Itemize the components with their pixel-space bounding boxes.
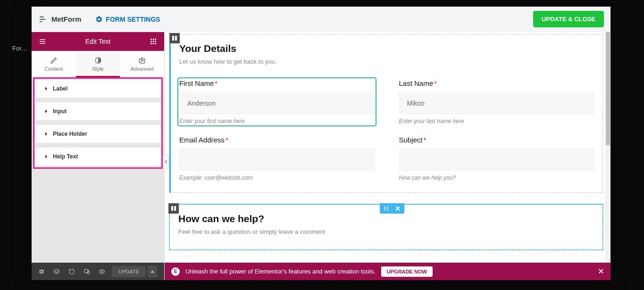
settings-button[interactable] [34, 265, 49, 278]
editor-bottom-bar: UPDATE [32, 263, 164, 280]
accordion-label[interactable]: Label [35, 80, 160, 98]
required-asterisk: * [424, 136, 427, 144]
panel-title: Edit Text [85, 38, 110, 45]
panel-menu-button[interactable] [36, 35, 49, 48]
editor-panel: Edit Text Content Style [32, 32, 165, 280]
pencil-icon [50, 57, 58, 64]
section-subtitle: Let us know how to get back to you. [179, 58, 594, 65]
modal-topbar: MetForm FORM SETTINGS UPDATE & CLOSE [32, 7, 611, 32]
preview-button[interactable] [95, 265, 109, 278]
svg-rect-27 [175, 36, 177, 41]
first-name-label: First Name* [179, 79, 375, 87]
history-button[interactable] [65, 265, 79, 278]
layers-icon [53, 268, 60, 275]
tab-advanced-label: Advanced [131, 66, 154, 72]
first-name-help-text: Enter your first name here [179, 118, 375, 124]
gear-icon [138, 57, 146, 64]
canvas: Your Details Let us know how to get back… [165, 32, 611, 280]
contrast-icon [94, 57, 102, 64]
brand: MetForm [38, 15, 81, 24]
email-help-text: Example: user@website.com [179, 174, 375, 181]
form-settings-link[interactable]: FORM SETTINGS [95, 16, 160, 23]
section-toolbar[interactable] [380, 203, 404, 214]
background-page: For… [4, 19, 28, 52]
promo-text: Unleash the full power of Elementor's fe… [185, 268, 376, 275]
field-subject[interactable]: Subject* How can we help you? [399, 136, 594, 181]
field-email[interactable]: Email Address* Example: user@website.com [179, 136, 375, 181]
email-input[interactable] [179, 149, 375, 171]
field-last-name[interactable]: Last Name* Enter your last name here [399, 79, 594, 124]
field-first-name[interactable]: First Name* Enter your first name here [179, 79, 375, 124]
chevron-left-icon [165, 159, 167, 164]
panel-tabs: Content Style Advanced [32, 51, 164, 77]
tab-content[interactable]: Content [32, 51, 76, 77]
panel-collapse-handle[interactable] [164, 155, 169, 168]
section-handle-icon[interactable] [169, 33, 180, 43]
accordion-item-text: Label [53, 85, 67, 92]
accordion-placeholder[interactable]: Place Holder [35, 125, 160, 143]
svg-rect-7 [153, 39, 154, 40]
brand-icon [38, 15, 48, 24]
required-asterisk: * [434, 79, 437, 87]
caret-right-icon [44, 87, 48, 91]
promo-close-button[interactable] [598, 266, 604, 276]
subject-input[interactable] [399, 149, 594, 171]
required-asterisk: * [215, 79, 217, 87]
apps-icon [150, 38, 157, 45]
accordion: Label Input Place Holder Help Text [32, 77, 164, 263]
publish-options-button[interactable] [148, 265, 157, 277]
subject-label: Subject* [399, 136, 594, 144]
close-icon[interactable] [395, 206, 401, 211]
scrollbar-thumb[interactable] [606, 32, 610, 145]
close-icon [598, 268, 604, 274]
svg-point-31 [387, 209, 389, 211]
canvas-scrollbar[interactable] [605, 32, 611, 263]
caret-right-icon [44, 109, 48, 113]
publish-button[interactable]: UPDATE [112, 266, 146, 277]
upgrade-button[interactable]: UPGRADE NOW [381, 266, 433, 277]
section-how-can-we-help[interactable]: How can we help? Feel free to ask a ques… [169, 204, 603, 250]
caret-right-icon [44, 155, 48, 158]
promo-bar: E Unleash the full power of Elementor's … [165, 263, 611, 280]
first-name-input[interactable] [179, 92, 375, 114]
last-name-help-text: Enter your last name here [399, 118, 594, 124]
subject-help-text: How can we help you? [399, 174, 594, 181]
svg-point-24 [101, 271, 103, 273]
required-asterisk: * [226, 136, 228, 144]
svg-rect-6 [151, 39, 152, 40]
svg-point-28 [385, 207, 386, 208]
tab-content-label: Content [45, 66, 63, 72]
gear-icon [95, 16, 103, 23]
svg-point-16 [141, 59, 143, 61]
last-name-input[interactable] [399, 92, 594, 114]
caret-right-icon [44, 132, 48, 136]
drag-icon [384, 206, 389, 211]
tutorial-highlight-box: Label Input Place Holder Help Text [33, 77, 163, 169]
tab-style[interactable]: Style [76, 51, 120, 77]
history-icon [68, 268, 75, 275]
svg-marker-21 [54, 269, 59, 272]
svg-point-33 [387, 208, 389, 209]
responsive-button[interactable] [80, 265, 94, 278]
panel-apps-button[interactable] [147, 35, 159, 48]
svg-point-32 [385, 208, 386, 209]
eye-icon [99, 268, 105, 275]
accordion-helptext[interactable]: Help Text [35, 148, 160, 166]
svg-rect-14 [155, 43, 156, 44]
elementor-logo-icon: E [171, 267, 180, 276]
svg-rect-13 [153, 43, 154, 44]
svg-marker-19 [45, 132, 47, 136]
navigator-button[interactable] [50, 265, 64, 278]
tab-advanced[interactable]: Advanced [120, 51, 164, 77]
section-handle-icon[interactable] [168, 203, 179, 214]
svg-rect-9 [151, 41, 152, 42]
section2-subtitle: Feel free to ask a question or simply le… [178, 228, 594, 235]
caret-up-icon [151, 270, 154, 273]
tab-style-label: Style [92, 66, 103, 72]
gear-icon [38, 268, 45, 275]
section-your-details[interactable]: Your Details Let us know how to get back… [169, 34, 603, 193]
accordion-item-text: Input [53, 108, 67, 115]
accordion-input[interactable]: Input [35, 102, 160, 120]
update-close-button[interactable]: UPDATE & CLOSE [533, 11, 604, 27]
svg-rect-26 [172, 36, 174, 41]
